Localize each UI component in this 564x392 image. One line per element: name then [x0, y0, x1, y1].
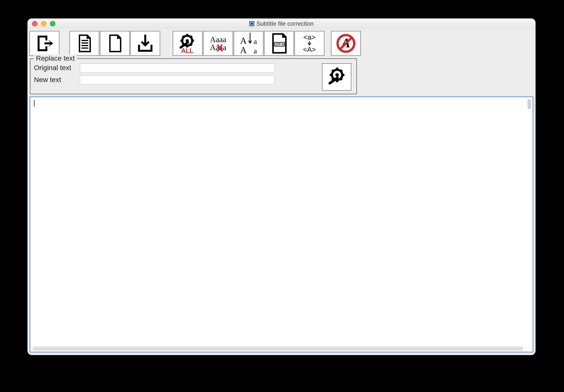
arrow-down-icon: [307, 41, 311, 45]
gear-wrench-all-icon: ALL: [176, 32, 200, 55]
original-text-label: Original text: [34, 64, 76, 72]
minimize-window-button[interactable]: [41, 21, 46, 26]
case-convert-icon: A a A a: [240, 32, 257, 55]
case-A2: A: [240, 46, 247, 55]
toolbar: ALL Aaaa Aaaa X A: [27, 29, 536, 96]
remove-duplicate-text-icon: Aaaa Aaaa X: [210, 35, 226, 51]
no-style-icon: A: [335, 32, 357, 54]
tag-bottom: <A>: [303, 46, 316, 53]
maximize-window-button[interactable]: [50, 21, 55, 26]
svg-line-24: [332, 70, 334, 72]
utf8-file-icon: UTF-8: [268, 33, 290, 54]
replace-execute-button[interactable]: [322, 63, 351, 91]
exit-button[interactable]: [29, 31, 59, 56]
title-bar: Subtitle file correction: [27, 18, 536, 29]
all-badge-text: ALL: [181, 47, 193, 54]
window-title: Subtitle file correction: [27, 20, 536, 27]
utf8-encode-button[interactable]: UTF-8: [264, 31, 294, 56]
app-icon: [249, 21, 254, 26]
svg-line-25: [340, 78, 342, 80]
replace-group-label: Replace text: [34, 54, 77, 62]
svg-line-9: [182, 36, 184, 37]
open-file-button[interactable]: [69, 31, 99, 56]
replace-text-group: Replace text Original text New text: [30, 58, 357, 94]
save-download-button[interactable]: [130, 31, 160, 56]
document-lines-icon: [75, 34, 94, 53]
horizontal-scrollbar[interactable]: [32, 347, 523, 351]
close-window-button[interactable]: [32, 21, 37, 26]
traffic-lights: [27, 21, 55, 26]
text-cursor: [34, 100, 34, 107]
download-icon: [136, 34, 155, 53]
tag-top: <a>: [303, 34, 316, 41]
case-a1: a: [254, 38, 257, 45]
new-file-button[interactable]: [100, 31, 130, 56]
change-case-button[interactable]: A a A a: [234, 31, 264, 56]
svg-point-28: [335, 73, 339, 77]
exit-icon: [35, 34, 54, 53]
window-title-text: Subtitle file correction: [256, 20, 313, 27]
gear-wrench-icon: [326, 66, 347, 88]
utf8-badge-text: UTF-8: [275, 43, 284, 46]
case-a2: a: [254, 47, 257, 55]
remove-dup-lines-button[interactable]: Aaaa Aaaa X: [203, 31, 233, 56]
fix-all-button[interactable]: ALL: [173, 31, 203, 56]
arrow-down-icon: [248, 32, 252, 45]
vertical-scrollbar[interactable]: [528, 99, 531, 109]
svg-line-11: [190, 36, 192, 37]
original-text-input[interactable]: [80, 63, 275, 72]
blank-document-icon: [105, 34, 125, 53]
red-x-icon: X: [216, 43, 223, 53]
editor-frame: [29, 96, 534, 353]
svg-line-10: [190, 44, 192, 45]
subtitle-editor[interactable]: [31, 98, 532, 351]
tag-case-button[interactable]: <a> <A>: [294, 31, 324, 56]
new-text-input[interactable]: [80, 75, 275, 84]
case-A1: A: [240, 36, 247, 45]
disable-styling-button[interactable]: A: [331, 31, 361, 56]
app-window: Subtitle file correction: [27, 18, 536, 355]
new-text-label: New text: [34, 76, 76, 84]
svg-line-26: [340, 70, 342, 72]
tag-case-icon: <a> <A>: [303, 34, 316, 53]
